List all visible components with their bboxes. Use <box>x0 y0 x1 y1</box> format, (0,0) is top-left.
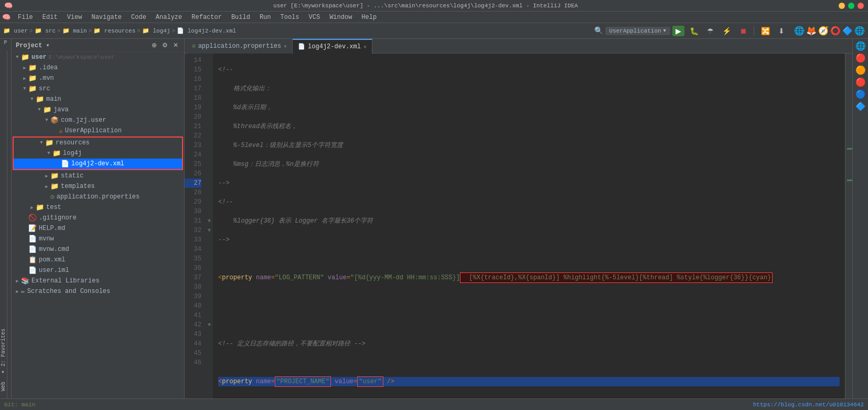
menu-build[interactable]: Build <box>227 13 254 22</box>
sidebar-close-button[interactable]: ✕ <box>172 41 180 49</box>
ie-icon[interactable]: 🌐 <box>854 26 865 36</box>
iml-icon: 📄 <box>28 266 37 275</box>
vcs-update-button[interactable]: ⬇ <box>775 26 788 36</box>
opera-icon[interactable]: ⭕ <box>830 26 841 36</box>
status-url[interactable]: https://blog.csdn.net/u010134642 <box>753 402 864 408</box>
star-icon: ★ <box>1 370 6 375</box>
search-icon[interactable]: 🔍 <box>594 26 603 35</box>
menu-edit[interactable]: Edit <box>38 13 62 22</box>
menu-vcs[interactable]: VCS <box>305 13 325 22</box>
code-editor[interactable]: 14 15 16 17 18 19 20 21 22 23 24 25 26 2… <box>185 54 852 410</box>
safari-icon[interactable]: 🧭 <box>818 26 829 36</box>
menu-tools[interactable]: Tools <box>276 13 304 22</box>
project-tool-icon[interactable]: P <box>4 40 7 46</box>
coverage-button[interactable]: ☂ <box>704 26 717 36</box>
menu-view[interactable]: View <box>63 13 87 22</box>
menu-code[interactable]: Code <box>127 13 151 22</box>
profile-button[interactable]: ⚡ <box>719 26 734 36</box>
tree-item-main[interactable]: ▼ 📁 main <box>12 94 184 104</box>
breadcrumb-src[interactable]: 📁 src <box>35 27 56 34</box>
tree-label-resources: resources <box>56 139 90 146</box>
web-tab[interactable]: Web <box>0 380 7 393</box>
tree-item-resources[interactable]: ▼ 📁 resources <box>14 138 182 148</box>
editor-area: ⚙ application.properties ✕ 📄 log4j2-dev.… <box>185 39 852 410</box>
extra-right-icon[interactable]: 🔷 <box>855 101 866 112</box>
tree-item-static[interactable]: ▶ 📁 static <box>12 171 184 181</box>
chrome-icon[interactable]: 🌐 <box>794 26 805 36</box>
code-line-24: <property name="LOG_PATTERN" value="[%d{… <box>218 273 840 282</box>
menu-analyze[interactable]: Analyze <box>152 13 186 22</box>
tab-log4j2-dev-xml[interactable]: 📄 log4j2-dev.xml ✕ <box>293 39 372 54</box>
opera-right-icon[interactable]: 🟠 <box>855 65 866 76</box>
sidebar-settings-button[interactable]: ⚙ <box>160 41 169 49</box>
stop-button[interactable]: ⏹ <box>736 26 750 36</box>
tree-item-external-libs[interactable]: ▶ 📚 External Libraries <box>12 276 184 286</box>
edge-icon[interactable]: 🔷 <box>842 26 853 36</box>
web-label: Web <box>1 382 6 391</box>
code-content[interactable]: <!-- 格式化输出： %d表示日期， %thread表示线程名， %-5lev… <box>213 54 845 410</box>
breadcrumb-user[interactable]: 📁 user <box>3 27 28 34</box>
edge-right-icon[interactable]: 🔵 <box>855 89 866 100</box>
firefox-right-icon[interactable]: 🔴 <box>855 53 866 64</box>
run-button[interactable]: ▶ <box>672 26 684 36</box>
tree-label-user-path: E:\myworkspace\user <box>49 54 114 60</box>
tree-item-scratches[interactable]: ▶ ✏ Scratches and Consoles <box>12 286 184 297</box>
tree-item-help-md[interactable]: ▶ 📝 HELP.md <box>12 223 184 234</box>
favorites-tab[interactable]: ★ 2: Favorites <box>0 327 7 377</box>
sidebar-add-button[interactable]: ⊕ <box>150 41 158 49</box>
tree-item-com-jzj-user[interactable]: ▼ 📦 com.jzj.user <box>12 115 184 125</box>
scratches-icon: ✏ <box>21 287 25 296</box>
close-button[interactable] <box>858 3 864 9</box>
breadcrumb-log4j[interactable]: 📁 log4j <box>142 27 170 34</box>
code-line-20: --> <box>218 178 840 188</box>
tab-xml-close[interactable]: ✕ <box>363 44 367 50</box>
resources-folder-icon: 📁 <box>45 139 53 147</box>
menu-file[interactable]: File <box>14 13 37 22</box>
tree-label-src: src <box>39 85 50 92</box>
tree-item-user-iml[interactable]: ▶ 📄 user.iml <box>12 265 184 276</box>
tree-label-user-application: UserApplication <box>65 127 122 134</box>
menu-navigate[interactable]: Navigate <box>87 13 126 22</box>
git-button[interactable]: 🔀 <box>758 26 773 36</box>
menu-help[interactable]: Help <box>357 13 381 22</box>
tabs-bar: ⚙ application.properties ✕ 📄 log4j2-dev.… <box>185 39 852 54</box>
code-line-22: %logger{36} 表示 Logger 名字最长36个字符 <box>218 216 840 226</box>
prop-file-icon: ⚙ <box>50 193 55 201</box>
tree-item-test[interactable]: ▶ 📁 test <box>12 202 184 213</box>
breadcrumb-file[interactable]: 📄 log4j2-dev.xml <box>177 27 236 34</box>
breadcrumb-main[interactable]: 📁 main <box>62 27 87 34</box>
tree-item-gitignore[interactable]: ▶ 🚫 .gitignore <box>12 213 184 223</box>
menu-window[interactable]: Window <box>325 13 356 22</box>
debug-button[interactable]: 🐛 <box>687 26 702 36</box>
tree-item-user-application[interactable]: ▶ ☕ UserApplication <box>12 125 184 136</box>
tab-xml-icon: 📄 <box>298 43 305 50</box>
tree-item-app-properties[interactable]: ▶ ⚙ application.properties <box>12 192 184 202</box>
breadcrumb-resources[interactable]: 📁 resources <box>93 27 135 34</box>
chrome-right-icon[interactable]: 🌐 <box>855 41 866 51</box>
ie-right-icon[interactable]: 🔴 <box>855 77 866 88</box>
tab-application-properties[interactable]: ⚙ application.properties ✕ <box>187 39 293 54</box>
firefox-icon[interactable]: 🦊 <box>806 26 817 36</box>
tree-item-idea[interactable]: ▶ 📁 .idea <box>12 62 184 73</box>
tree-item-src[interactable]: ▼ 📁 src <box>12 83 184 94</box>
code-line-26: <!-- 定义日志存储的路径，不要配置相对路径 --> <box>218 339 840 349</box>
tree-item-log4j2-dev-xml[interactable]: ▶ 📄 log4j2-dev.xml <box>14 159 182 169</box>
run-config-selector[interactable]: UserApplication ▼ <box>605 27 670 35</box>
minimize-button[interactable] <box>839 3 845 9</box>
tree-item-log4j[interactable]: ▼ 📁 log4j <box>14 148 182 159</box>
tree-item-user[interactable]: ▼ 📁 user E:\myworkspace\user <box>12 52 184 62</box>
tree-item-java[interactable]: ▼ 📁 java <box>12 104 184 115</box>
tree-item-templates[interactable]: ▶ 📁 templates <box>12 181 184 192</box>
tree-item-pom-xml[interactable]: ▶ 📋 pom.xml <box>12 255 184 265</box>
tree-item-mvn[interactable]: ▶ 📁 .mvn <box>12 73 184 83</box>
tab-prop-close[interactable]: ✕ <box>284 43 287 49</box>
title-bar: 🧠 user [E:\myworkspace\user] - ...\src\m… <box>0 0 868 12</box>
maximize-button[interactable] <box>848 3 854 9</box>
tree-item-mvnw[interactable]: ▶ 📄 mvnw <box>12 234 184 244</box>
menu-run[interactable]: Run <box>255 13 275 22</box>
mvn-folder-icon: 📁 <box>28 74 37 82</box>
tree-label-mvnw-cmd: mvnw.cmd <box>39 246 69 253</box>
menu-refactor[interactable]: Refactor <box>187 13 226 22</box>
tree-label-scratches: Scratches and Consoles <box>27 288 110 295</box>
tree-item-mvnw-cmd[interactable]: ▶ 📄 mvnw.cmd <box>12 244 184 255</box>
